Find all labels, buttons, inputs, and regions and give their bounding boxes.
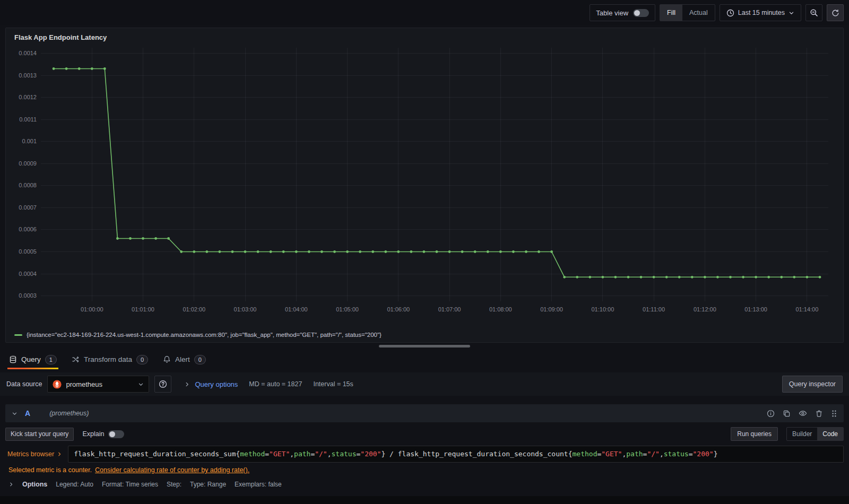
tab-query[interactable]: Query 1	[7, 350, 58, 369]
help-circle-icon	[159, 380, 167, 388]
svg-text:01:10:00: 01:10:00	[591, 306, 614, 312]
svg-text:01:06:00: 01:06:00	[387, 306, 410, 312]
add-rate-link[interactable]: Consider calculating rate of counter by …	[95, 466, 249, 474]
svg-text:01:08:00: 01:08:00	[489, 306, 512, 312]
page-bottom-strip	[0, 496, 849, 504]
kick-start-query-button[interactable]: Kick start your query	[5, 428, 74, 441]
datasource-select[interactable]: prometheus	[47, 376, 149, 393]
horizontal-scrollbar-thumb[interactable]	[379, 345, 470, 347]
chevron-down-icon	[789, 10, 794, 16]
query-options-summary-row[interactable]: Options Legend: AutoFormat: Time seriesS…	[8, 481, 844, 488]
svg-text:01:04:00: 01:04:00	[285, 306, 308, 312]
query-datasource-hint: (prometheus)	[49, 410, 89, 417]
tab-transform-count-badge: 0	[136, 355, 148, 364]
timeseries-chart: 0.00030.00040.00050.00060.00070.00080.00…	[13, 44, 836, 317]
svg-text:0.0011: 0.0011	[19, 116, 37, 123]
chart-plot-area[interactable]: 0.00030.00040.00050.00060.00070.00080.00…	[13, 44, 836, 330]
run-queries-button[interactable]: Run queries	[731, 427, 778, 441]
query-ref-id: A	[25, 409, 30, 418]
query-options-collapse[interactable]: Query options MD = auto = 1827 Interval …	[184, 380, 353, 388]
svg-text:0.0009: 0.0009	[19, 160, 37, 167]
datasource-name: prometheus	[66, 380, 134, 388]
svg-text:01:05:00: 01:05:00	[336, 306, 359, 312]
svg-text:0.0013: 0.0013	[19, 72, 37, 79]
builder-option[interactable]: Builder	[787, 428, 817, 440]
svg-text:01:07:00: 01:07:00	[438, 306, 461, 312]
query-inspector-button[interactable]: Query inspector	[782, 376, 843, 393]
toggle-visibility-eye-icon[interactable]	[799, 409, 807, 418]
refresh-icon	[831, 9, 839, 17]
tab-query-label: Query	[21, 355, 41, 363]
svg-text:0.0004: 0.0004	[19, 271, 37, 277]
chart-legend: {instance="ec2-184-169-216-224.us-west-1…	[13, 330, 836, 339]
zoom-out-button[interactable]	[805, 4, 822, 21]
svg-text:01:03:00: 01:03:00	[234, 306, 257, 312]
tab-alert-label: Alert	[175, 355, 190, 363]
prometheus-logo-icon	[53, 380, 62, 389]
clock-icon	[726, 9, 734, 17]
svg-text:0.001: 0.001	[22, 138, 37, 144]
editor-tabs: Query 1 Transform data 0 Alert 0	[0, 350, 849, 369]
metrics-browser-label: Metrics browser	[7, 450, 54, 458]
drag-handle-grip-icon[interactable]	[831, 410, 837, 418]
chevron-right-icon	[184, 381, 190, 387]
tab-transform-data[interactable]: Transform data 0	[70, 350, 150, 369]
panel-title: Flask App Endpoint Latency	[13, 31, 836, 44]
collapse-chevron-down-icon[interactable]	[12, 411, 18, 416]
explain-label: Explain	[82, 430, 104, 438]
explain-control: Explain	[82, 430, 124, 438]
tab-transform-label: Transform data	[84, 355, 132, 363]
promql-editor-row: Metrics browser flask_http_request_durat…	[5, 446, 844, 463]
builder-code-segmented: Builder Code	[786, 427, 844, 441]
svg-text:0.0007: 0.0007	[19, 204, 37, 211]
svg-text:01:09:00: 01:09:00	[540, 306, 563, 312]
svg-text:0.0006: 0.0006	[19, 226, 37, 232]
datasource-label: Data source	[6, 380, 42, 388]
tab-alert[interactable]: Alert 0	[161, 350, 207, 369]
svg-text:01:12:00: 01:12:00	[694, 306, 716, 312]
time-range-picker[interactable]: Last 15 minutes	[720, 4, 801, 21]
interval-value: Interval = 15s	[313, 380, 353, 388]
options-summary-items: Legend: AutoFormat: Time seriesStep:Type…	[56, 481, 282, 488]
counter-warning: Selected metric is a counter. Consider c…	[8, 466, 844, 474]
fill-option[interactable]: Fill	[660, 5, 682, 21]
svg-text:01:13:00: 01:13:00	[744, 306, 767, 312]
refresh-button[interactable]	[827, 4, 844, 21]
svg-text:01:11:00: 01:11:00	[643, 306, 665, 312]
legend-series-label[interactable]: {instance="ec2-184-169-216-224.us-west-1…	[27, 332, 382, 338]
actual-option[interactable]: Actual	[682, 5, 715, 21]
svg-text:01:00:00: 01:00:00	[81, 306, 103, 312]
svg-text:01:14:00: 01:14:00	[795, 306, 818, 312]
metrics-browser-button[interactable]: Metrics browser	[5, 446, 68, 463]
fill-actual-segmented: Fill Actual	[660, 4, 715, 21]
svg-text:01:01:00: 01:01:00	[132, 306, 154, 312]
query-row-header[interactable]: A (prometheus)	[5, 404, 844, 422]
max-data-points-value: MD = auto = 1827	[249, 380, 302, 388]
code-option[interactable]: Code	[817, 428, 843, 440]
database-icon	[9, 355, 17, 363]
remove-query-trash-icon[interactable]	[815, 410, 823, 418]
panel-editor-toolbar: Table view Fill Actual Last 15 minutes	[0, 0, 849, 25]
timeseries-panel: Flask App Endpoint Latency 0.00030.00040…	[5, 28, 844, 343]
query-help-icon[interactable]	[767, 410, 775, 418]
table-view-control: Table view	[590, 4, 655, 21]
svg-text:0.0008: 0.0008	[19, 182, 37, 188]
shuffle-icon	[72, 355, 80, 363]
explain-toggle[interactable]	[108, 430, 124, 438]
query-options-label: Query options	[195, 380, 238, 388]
duplicate-query-icon[interactable]	[783, 410, 791, 418]
promql-query-input[interactable]: flask_http_request_duration_seconds_sum{…	[68, 446, 844, 463]
query-row-actions	[767, 409, 837, 418]
svg-text:0.0012: 0.0012	[19, 94, 37, 100]
table-view-toggle[interactable]	[633, 9, 649, 17]
chevron-right-icon	[57, 451, 62, 457]
tab-alert-count-badge: 0	[194, 355, 206, 364]
time-range-label: Last 15 minutes	[738, 9, 785, 16]
svg-text:0.0003: 0.0003	[19, 292, 37, 299]
datasource-row: Data source prometheus Query options MD …	[0, 372, 849, 396]
horizontal-scrollbar-track	[0, 343, 849, 350]
chevron-right-icon[interactable]	[8, 482, 14, 487]
legend-series-swatch	[14, 334, 22, 336]
datasource-help-button[interactable]	[154, 376, 171, 393]
table-view-label: Table view	[596, 9, 628, 17]
